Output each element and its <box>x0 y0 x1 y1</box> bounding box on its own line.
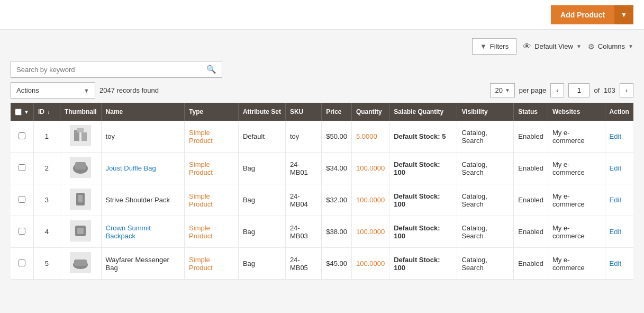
search-icon[interactable]: 🔍 <box>206 65 216 74</box>
add-product-dropdown-button[interactable]: ▼ <box>614 5 633 24</box>
page-number-input[interactable] <box>568 83 589 97</box>
prev-page-button[interactable]: ‹ <box>550 83 564 97</box>
row-name[interactable]: Crown Summit Backpack <box>101 216 185 248</box>
th-status[interactable]: Status <box>514 103 548 121</box>
product-status: Enabled <box>518 164 543 172</box>
row-attribute-set: Bag <box>238 153 285 184</box>
product-attribute-set: Bag <box>243 228 255 236</box>
filters-button[interactable]: ▼ Filters <box>472 38 516 55</box>
row-thumbnail <box>60 216 101 248</box>
product-status: Enabled <box>518 132 543 140</box>
columns-dropdown-arrow: ▼ <box>628 43 633 49</box>
columns-label: Columns <box>598 42 625 50</box>
product-visibility: Catalog, Search <box>461 256 487 272</box>
row-salable-quantity: Default Stock: 100 <box>389 184 457 216</box>
product-edit-link[interactable]: Edit <box>610 132 621 140</box>
row-thumbnail <box>60 248 101 280</box>
product-price: $34.00 <box>326 164 347 172</box>
row-checkbox[interactable] <box>19 196 25 203</box>
row-visibility: Catalog, Search <box>457 153 514 184</box>
product-status: Enabled <box>518 196 543 204</box>
row-checkbox-cell <box>11 184 33 216</box>
product-price: $32.00 <box>326 196 347 204</box>
product-websites: My e-commerce <box>552 192 585 208</box>
row-status: Enabled <box>514 248 548 280</box>
row-status: Enabled <box>514 184 548 216</box>
per-page-label: per page <box>519 86 546 94</box>
product-edit-link[interactable]: Edit <box>610 196 621 204</box>
row-salable-quantity: Default Stock: 100 <box>389 153 457 184</box>
select-all-checkbox[interactable] <box>15 109 22 115</box>
total-pages: 103 <box>604 86 615 94</box>
th-attribute-set[interactable]: Attribute Set <box>238 103 285 121</box>
row-type: Simple Product <box>185 184 239 216</box>
product-edit-link[interactable]: Edit <box>610 228 621 236</box>
product-name-link[interactable]: Joust Duffle Bag <box>106 164 156 172</box>
th-websites[interactable]: Websites <box>548 103 605 121</box>
content-area: ▼ Filters 👁 Default View ▼ ⚙ Columns ▼ 🔍… <box>0 30 644 288</box>
row-price: $34.00 <box>322 153 352 184</box>
th-checkbox: ▼ <box>11 103 33 121</box>
row-type: Simple Product <box>185 248 239 280</box>
row-attribute-set: Bag <box>238 184 285 216</box>
product-sku: toy <box>290 132 299 140</box>
row-websites: My e-commerce <box>548 216 605 248</box>
product-name: Wayfarer Messenger Bag <box>106 256 169 272</box>
product-type: Simple Product <box>189 129 213 145</box>
th-salable-quantity[interactable]: Salable Quantity <box>389 103 457 121</box>
row-sku: 24-MB03 <box>285 216 321 248</box>
product-websites: My e-commerce <box>552 160 585 176</box>
row-quantity: 100.0000 <box>351 153 389 184</box>
row-thumbnail <box>60 153 101 184</box>
row-visibility: Catalog, Search <box>457 216 514 248</box>
row-checkbox[interactable] <box>19 132 25 139</box>
product-type: Simple Product <box>189 256 213 272</box>
row-quantity: 5.0000 <box>351 121 389 153</box>
th-type[interactable]: Type <box>185 103 239 121</box>
row-type: Simple Product <box>185 216 239 248</box>
product-visibility: Catalog, Search <box>461 224 487 240</box>
row-type: Simple Product <box>185 153 239 184</box>
svg-rect-12 <box>77 228 84 234</box>
th-price[interactable]: Price <box>322 103 352 121</box>
row-checkbox[interactable] <box>19 164 25 171</box>
th-name[interactable]: Name <box>101 103 185 121</box>
select-all-arrow[interactable]: ▼ <box>24 109 29 115</box>
row-checkbox-cell <box>11 216 33 248</box>
row-quantity: 100.0000 <box>351 184 389 216</box>
row-id: 3 <box>33 184 60 216</box>
product-websites: My e-commerce <box>552 129 585 145</box>
row-name[interactable]: Joust Duffle Bag <box>101 153 185 184</box>
per-page-select[interactable]: 20 ▼ <box>490 83 514 97</box>
th-id[interactable]: ID ↓ <box>33 103 60 121</box>
th-quantity[interactable]: Quantity <box>351 103 389 121</box>
table-header-row: ▼ ID ↓ Thumbnail Name Type Attribute Set… <box>11 103 633 121</box>
product-name-link[interactable]: Crown Summit Backpack <box>106 224 151 240</box>
svg-rect-6 <box>75 162 86 169</box>
of-label: of <box>594 86 600 94</box>
actions-select[interactable]: Actions ▼ <box>11 82 95 99</box>
search-input[interactable] <box>16 66 206 74</box>
product-attribute-set: Bag <box>243 164 255 172</box>
table-row: 4 Crown Summit Backpack Simple Product B… <box>11 216 633 248</box>
product-edit-link[interactable]: Edit <box>610 260 621 267</box>
product-salable-quantity: Default Stock: 100 <box>394 256 440 272</box>
product-quantity: 100.0000 <box>356 228 385 236</box>
product-name: toy <box>106 132 115 140</box>
row-type: Simple Product <box>185 121 239 153</box>
toolbar-row: ▼ Filters 👁 Default View ▼ ⚙ Columns ▼ <box>11 38 633 55</box>
th-visibility[interactable]: Visibility <box>457 103 514 121</box>
row-action: Edit <box>605 248 633 280</box>
product-status: Enabled <box>518 228 543 236</box>
row-checkbox[interactable] <box>19 260 25 266</box>
row-visibility: Catalog, Search <box>457 184 514 216</box>
product-edit-link[interactable]: Edit <box>610 164 621 172</box>
row-checkbox[interactable] <box>19 228 25 235</box>
product-attribute-set: Bag <box>243 196 255 204</box>
next-page-button[interactable]: › <box>620 83 633 97</box>
add-product-button[interactable]: Add Product <box>551 5 614 24</box>
product-visibility: Catalog, Search <box>461 192 487 208</box>
columns-selector[interactable]: ⚙ Columns ▼ <box>588 42 633 51</box>
th-sku[interactable]: SKU <box>285 103 321 121</box>
view-selector[interactable]: 👁 Default View ▼ <box>523 42 582 51</box>
